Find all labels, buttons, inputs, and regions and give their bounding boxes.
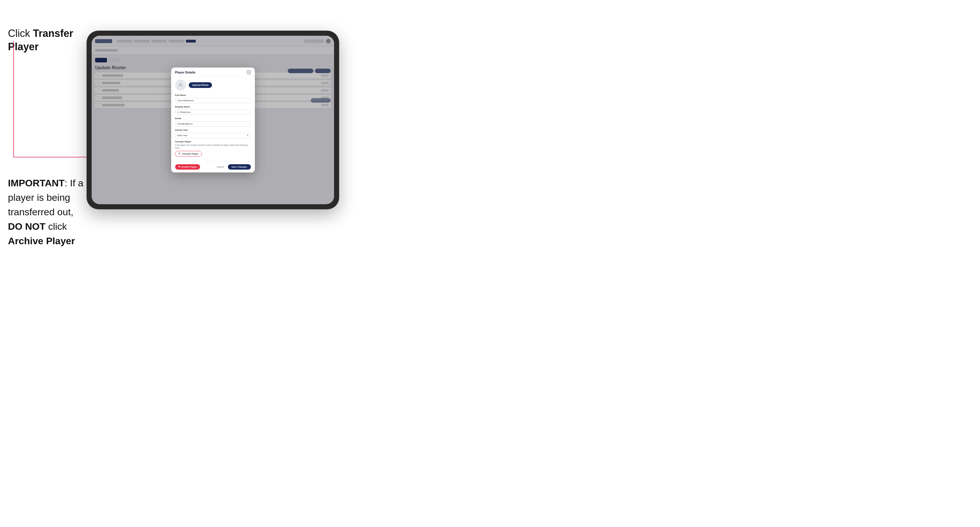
tablet-device: Update Roster	[87, 31, 339, 210]
modal-overlay: Player Details × Upload Photo	[92, 36, 334, 204]
email-group: Email	[175, 117, 251, 127]
archive-icon: ⚑	[178, 166, 180, 168]
save-changes-button[interactable]: Save Changes	[228, 164, 251, 170]
display-name-input[interactable]	[175, 110, 251, 115]
important-instruction: IMPORTANT: If a player is being transfer…	[8, 176, 84, 248]
school-year-select[interactable]: First Year Second Year Third Year Fourth…	[175, 133, 251, 138]
full-name-group: Full Name	[175, 94, 251, 103]
instruction-area: Click Transfer Player	[8, 27, 84, 54]
do-not-label: DO NOT	[8, 221, 45, 232]
archive-player-button[interactable]: ⚑ Archive Player	[175, 164, 200, 170]
full-name-input[interactable]	[175, 98, 251, 103]
svg-point-0	[180, 83, 181, 85]
transfer-player-button[interactable]: ↻ Transfer Player	[175, 151, 202, 157]
transfer-section: Transfer Player If this player has moved…	[175, 140, 251, 157]
click-label: Click	[8, 27, 33, 39]
transfer-icon: ↻	[178, 152, 181, 155]
upload-photo-button[interactable]: Upload Photo	[189, 82, 212, 88]
email-label: Email	[175, 117, 251, 120]
email-input[interactable]	[175, 121, 251, 127]
modal-close-button[interactable]: ×	[247, 70, 251, 74]
important-label: IMPORTANT	[8, 178, 65, 188]
tablet-screen: Update Roster	[92, 36, 334, 204]
photo-upload-row: Upload Photo	[175, 80, 251, 90]
archive-btn-label: Archive Player	[181, 166, 197, 168]
modal-footer: ⚑ Archive Player Cancel Save Changes	[171, 162, 255, 173]
school-year-label: School Year	[175, 129, 251, 131]
transfer-description: If this player has moved to another scho…	[175, 144, 251, 149]
player-details-modal: Player Details × Upload Photo	[171, 68, 255, 173]
display-name-label: Display Name	[175, 105, 251, 108]
archive-player-ref: Archive Player	[8, 235, 75, 246]
avatar-circle	[175, 80, 186, 90]
school-year-group: School Year First Year Second Year Third…	[175, 129, 251, 138]
arrow-vertical	[13, 41, 14, 157]
display-name-group: Display Name	[175, 105, 251, 115]
click-instruction: Click Transfer Player	[8, 27, 84, 54]
cancel-button[interactable]: Cancel	[215, 164, 226, 170]
modal-header: Player Details ×	[171, 68, 255, 77]
full-name-label: Full Name	[175, 94, 251, 97]
transfer-btn-label: Transfer Player	[182, 152, 199, 155]
important-text2: click	[45, 221, 67, 232]
modal-body: Upload Photo Full Name Display Name	[171, 77, 255, 162]
transfer-section-title: Transfer Player	[175, 140, 251, 143]
modal-title: Player Details	[175, 71, 196, 74]
